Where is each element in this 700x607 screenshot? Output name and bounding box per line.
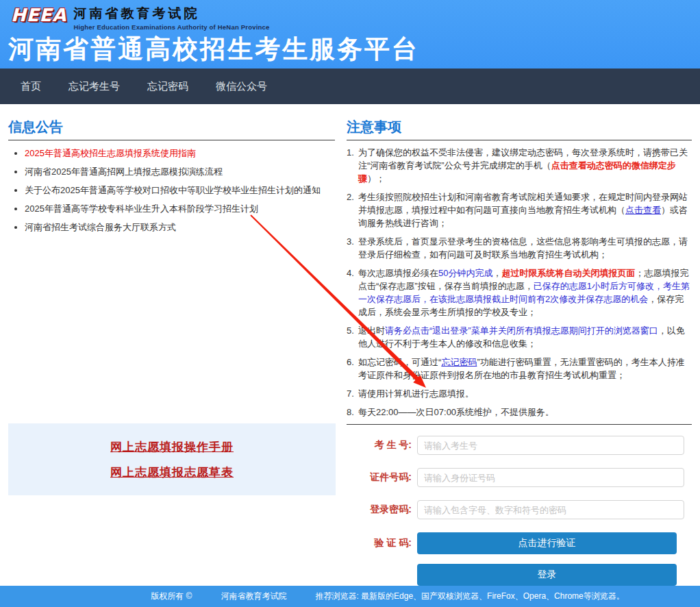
note-text: 50分钟内完成 bbox=[438, 268, 492, 278]
nav-item[interactable]: 忘记考生号 bbox=[68, 80, 120, 93]
notes-list: 1.为了确保您的权益不受非法侵害，建议绑定动态密码，每次登录系统时，请携带已关注… bbox=[347, 146, 692, 419]
candidate-number-label: 考 生 号: bbox=[347, 439, 417, 451]
recommended-browsers-text: 推荐浏览器: 最新版的Edge、国产双核浏览器、FireFox、Opera、Ch… bbox=[315, 591, 624, 602]
note-number: 1. bbox=[347, 146, 354, 159]
nav-item[interactable]: 微信公众号 bbox=[216, 80, 267, 93]
note-item: 4.每次志愿填报必须在50分钟内完成，超过时限系统将自动关闭填报页面；志愿填报完… bbox=[347, 267, 692, 319]
password-row: 登录密码: bbox=[347, 500, 692, 519]
footer-text: 版权所有 © 河南省教育考试院 推荐浏览器: 最新版的Edge、国产双核浏览器、… bbox=[151, 591, 625, 602]
page-title: 河南省普通高校招生考生服务平台 bbox=[8, 35, 700, 64]
site-header: HEEA 河南省教育考试院 Higher Education Examinati… bbox=[0, 0, 700, 69]
note-text: 请务必点击“退出登录”菜单并关闭所有填报志愿期间打开的浏览器窗口 bbox=[385, 325, 658, 336]
manual-links-box: 网上志愿填报操作手册网上志愿填报志愿草表 bbox=[8, 423, 336, 495]
announcement-link[interactable]: 2025年普通高校招生志愿填报系统使用指南 bbox=[25, 148, 196, 158]
note-number: 5. bbox=[347, 324, 354, 337]
note-text: 退出时 bbox=[358, 325, 385, 336]
note-number: 4. bbox=[347, 267, 354, 280]
org-name-english: Higher Education Examinations Authority … bbox=[73, 23, 269, 31]
nav-item[interactable]: 首页 bbox=[21, 80, 41, 93]
candidate-number-input[interactable] bbox=[417, 436, 684, 455]
main-nav: 首页忘记考生号忘记密码微信公众号 bbox=[0, 69, 700, 104]
note-text: 请使用计算机进行志愿填报。 bbox=[358, 388, 474, 399]
note-number: 2. bbox=[347, 190, 354, 203]
note-text: 如忘记密码，可通过“ bbox=[358, 357, 441, 367]
note-text: 超过时限系统将自动关闭填报页面 bbox=[502, 268, 636, 278]
org-name: 河南省教育考试院 bbox=[73, 5, 269, 22]
note-item: 2.考生须按照院校招生计划和河南省教育考试院相关通知要求，在规定时间内登录网站并… bbox=[347, 190, 692, 230]
candidate-number-row: 考 生 号: bbox=[347, 436, 692, 455]
note-inline-link[interactable]: 忘记密码 bbox=[441, 357, 477, 367]
login-button[interactable]: 登录 bbox=[417, 564, 677, 586]
note-item: 5.退出时请务必点击“退出登录”菜单并关闭所有填报志愿期间打开的浏览器窗口，以免… bbox=[347, 324, 692, 350]
announcement-item: 关于公布2025年普通高等学校对口招收中等职业学校毕业生招生计划的通知 bbox=[25, 185, 335, 196]
announcements-list: 2025年普通高校招生志愿填报系统使用指南河南省2025年普通高招网上填报志愿模… bbox=[8, 148, 335, 233]
announcements-heading: 信息公告 bbox=[8, 118, 335, 140]
id-number-row: 证件号码: bbox=[347, 468, 692, 487]
announcement-link[interactable]: 2025年普通高等学校专科毕业生升入本科阶段学习招生计划 bbox=[25, 203, 258, 214]
announcement-link[interactable]: 关于公布2025年普通高等学校对口招收中等职业学校毕业生招生计划的通知 bbox=[25, 185, 321, 195]
note-text: ）； bbox=[367, 173, 385, 184]
footer-org-name: 河南省教育考试院 bbox=[221, 591, 286, 602]
announcement-item: 河南省2025年普通高招网上填报志愿模拟演练流程 bbox=[25, 166, 335, 177]
brand-row: HEEA 河南省教育考试院 Higher Education Examinati… bbox=[8, 5, 700, 31]
notice-login-panel: 注意事项 1.为了确保您的权益不受非法侵害，建议绑定动态密码，每次登录系统时，请… bbox=[347, 118, 692, 586]
note-text: 每次志愿填报必须在 bbox=[358, 268, 438, 278]
heea-logo: HEEA bbox=[8, 5, 69, 25]
announcement-item: 2025年普通高校招生志愿填报系统使用指南 bbox=[25, 148, 335, 159]
id-number-label: 证件号码: bbox=[347, 471, 417, 484]
nav-item[interactable]: 忘记密码 bbox=[147, 80, 188, 93]
note-inline-link[interactable]: 点击查看 bbox=[625, 205, 661, 215]
note-number: 3. bbox=[347, 235, 354, 248]
note-number: 6. bbox=[347, 356, 354, 369]
captcha-row: 验 证 码: 点击进行验证 bbox=[347, 532, 692, 554]
org-block: 河南省教育考试院 Higher Education Examinations A… bbox=[73, 5, 269, 31]
login-row: 登录 bbox=[347, 564, 692, 586]
login-fields: 考 生 号:证件号码:登录密码: bbox=[347, 436, 692, 519]
password-input[interactable] bbox=[417, 500, 684, 519]
note-text: 每天22:00——次日07:00系统维护，不提供服务。 bbox=[358, 407, 554, 417]
note-text: ， bbox=[493, 268, 502, 278]
announcements-panel: 信息公告 2025年普通高校招生志愿填报系统使用指南河南省2025年普通高招网上… bbox=[8, 118, 335, 586]
id-number-input[interactable] bbox=[417, 468, 684, 487]
announcement-link[interactable]: 河南省招生考试综合服务大厅联系方式 bbox=[25, 222, 176, 232]
captcha-verify-button[interactable]: 点击进行验证 bbox=[417, 532, 677, 554]
note-text: 登录系统后，首页显示登录考生的资格信息，这些信息将影响考生可填报的志愿，请登录后… bbox=[358, 236, 688, 260]
manual-link[interactable]: 网上志愿填报操作手册 bbox=[110, 439, 234, 455]
password-label: 登录密码: bbox=[347, 504, 417, 516]
copyright-text: 版权所有 © bbox=[151, 591, 192, 602]
site-footer: 版权所有 © 河南省教育考试院 推荐浏览器: 最新版的Edge、国产双核浏览器、… bbox=[0, 586, 700, 607]
notes-divider bbox=[347, 424, 692, 425]
announcement-link[interactable]: 河南省2025年普通高招网上填报志愿模拟演练流程 bbox=[25, 166, 223, 177]
note-item: 3.登录系统后，首页显示登录考生的资格信息，这些信息将影响考生可填报的志愿，请登… bbox=[347, 235, 692, 261]
note-item: 1.为了确保您的权益不受非法侵害，建议绑定动态密码，每次登录系统时，请携带已关注… bbox=[347, 146, 692, 185]
announcement-item: 2025年普通高等学校专科毕业生升入本科阶段学习招生计划 bbox=[25, 203, 335, 214]
note-item: 6.如忘记密码，可通过“忘记密码”功能进行密码重置，无法重置密码的，考生本人持准… bbox=[347, 356, 692, 382]
notes-heading: 注意事项 bbox=[347, 118, 692, 140]
note-number: 7. bbox=[347, 387, 354, 400]
manual-link[interactable]: 网上志愿填报志愿草表 bbox=[110, 464, 234, 480]
note-number: 8. bbox=[347, 406, 354, 419]
captcha-label: 验 证 码: bbox=[347, 537, 417, 549]
main-content: 信息公告 2025年普通高校招生志愿填报系统使用指南河南省2025年普通高招网上… bbox=[0, 104, 700, 586]
login-form: 考 生 号:证件号码:登录密码: 验 证 码: 点击进行验证 登录 考生注册 bbox=[347, 436, 692, 607]
note-item: 8.每天22:00——次日07:00系统维护，不提供服务。 bbox=[347, 406, 692, 419]
announcement-item: 河南省招生考试综合服务大厅联系方式 bbox=[25, 222, 335, 233]
note-item: 7.请使用计算机进行志愿填报。 bbox=[347, 387, 692, 400]
